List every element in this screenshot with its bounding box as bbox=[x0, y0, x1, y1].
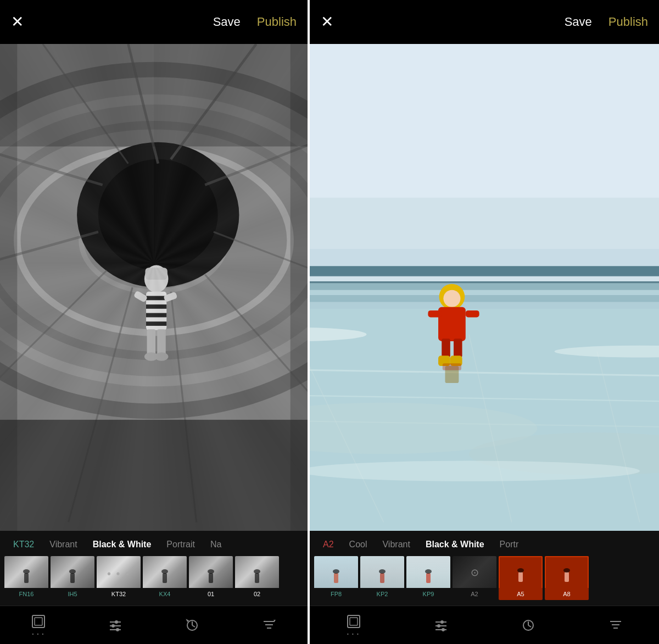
left-toolbar-adjust[interactable] bbox=[108, 618, 123, 633]
svg-rect-36 bbox=[0, 44, 308, 147]
filter-icon bbox=[261, 618, 277, 633]
left-header: ✕ Save Publish bbox=[0, 0, 308, 44]
svg-rect-85 bbox=[350, 618, 358, 625]
right-frames-dots: • • • bbox=[347, 631, 360, 636]
filter-thumb-kt32[interactable]: • • • KT32 bbox=[97, 556, 141, 600]
right-bottom-toolbar: • • • bbox=[310, 606, 659, 644]
svg-rect-30 bbox=[147, 329, 156, 355]
filter-label-kx4: KX4 bbox=[159, 591, 171, 597]
frames-dots: • • • bbox=[32, 631, 45, 636]
filter-label-02: 02 bbox=[254, 591, 260, 597]
left-publish-button[interactable]: Publish bbox=[257, 15, 297, 29]
svg-rect-27 bbox=[146, 321, 166, 326]
svg-point-89 bbox=[437, 624, 440, 628]
filter-thumb-ih5[interactable]: IH5 bbox=[51, 556, 94, 600]
filter-thumb-01[interactable]: 01 bbox=[189, 556, 233, 600]
right-filter-cat-bw[interactable]: Black & White bbox=[418, 540, 492, 549]
revert-icon bbox=[185, 618, 200, 633]
svg-rect-37 bbox=[0, 44, 17, 531]
left-filter-cat-bw[interactable]: Black & White bbox=[85, 540, 159, 549]
filter-thumb-kp2[interactable]: KP2 bbox=[360, 556, 404, 600]
filter-label-01: 01 bbox=[208, 591, 214, 597]
left-toolbar-revert[interactable] bbox=[185, 618, 200, 633]
filter-label-fn16: FN16 bbox=[19, 591, 34, 597]
right-filter-cat-a2[interactable]: A2 bbox=[315, 540, 342, 549]
filter-label-kp9: KP9 bbox=[423, 591, 434, 597]
svg-point-33 bbox=[155, 352, 169, 361]
right-toolbar-adjust[interactable] bbox=[433, 618, 449, 633]
left-toolbar-frames[interactable]: • • • bbox=[31, 614, 46, 636]
filter-thumb-fn16[interactable]: FN16 bbox=[4, 556, 48, 600]
filter-label-fp8: FP8 bbox=[331, 591, 342, 597]
filter-thumb-a2[interactable]: ⊙ A2 bbox=[453, 556, 496, 600]
filter-label-kt32: KT32 bbox=[111, 591, 126, 597]
filter-dots: • • • bbox=[107, 568, 130, 580]
filter-thumb-kp9[interactable]: KP9 bbox=[406, 556, 450, 600]
right-frames-icon bbox=[346, 614, 361, 629]
svg-rect-76 bbox=[428, 310, 442, 317]
left-filter-categories: KT32 Vibrant Black & White Portrait Na bbox=[0, 540, 308, 549]
sliders-icon bbox=[108, 618, 123, 633]
bw-photo-svg bbox=[0, 44, 308, 531]
filter-label-a8: A8 bbox=[563, 591, 570, 597]
left-close-button[interactable]: ✕ bbox=[11, 14, 24, 30]
filter-label-ih5: IH5 bbox=[68, 591, 77, 597]
left-filter-strip: KT32 Vibrant Black & White Portrait Na F… bbox=[0, 531, 308, 606]
filter-thumb-fp8[interactable]: FP8 bbox=[314, 556, 358, 600]
left-header-actions: Save Publish bbox=[213, 15, 297, 29]
svg-rect-77 bbox=[466, 310, 479, 317]
svg-rect-56 bbox=[310, 266, 659, 276]
left-photo-area bbox=[0, 44, 308, 531]
left-photo-bw bbox=[0, 44, 308, 531]
svg-rect-38 bbox=[291, 44, 308, 531]
right-toolbar-revert[interactable] bbox=[521, 618, 536, 633]
svg-point-42 bbox=[115, 620, 118, 624]
left-filter-cat-kt32[interactable]: KT32 bbox=[5, 540, 42, 549]
left-save-button[interactable]: Save bbox=[213, 15, 241, 29]
right-publish-button[interactable]: Publish bbox=[608, 15, 648, 29]
right-revert-icon bbox=[521, 618, 536, 633]
right-filter-icon bbox=[608, 618, 623, 633]
svg-rect-35 bbox=[0, 420, 308, 531]
filter-label-kp2: KP2 bbox=[377, 591, 388, 597]
filter-thumb-a5[interactable]: A5 bbox=[499, 556, 543, 600]
left-bottom-toolbar: • • • bbox=[0, 606, 308, 644]
right-filter-thumbnails: FP8 KP2 KP9 ⊙ A2 bbox=[310, 556, 659, 600]
filter-thumb-02[interactable]: 02 bbox=[235, 556, 279, 600]
filter-thumb-a8[interactable]: A8 bbox=[545, 556, 589, 600]
right-filter-cat-vibrant[interactable]: Vibrant bbox=[375, 540, 417, 549]
svg-rect-83 bbox=[443, 363, 461, 370]
right-close-button[interactable]: ✕ bbox=[321, 14, 333, 30]
svg-rect-31 bbox=[157, 329, 166, 355]
left-filter-cat-portrait[interactable]: Portrait bbox=[159, 540, 203, 549]
svg-rect-26 bbox=[146, 313, 166, 318]
svg-point-9 bbox=[98, 159, 218, 270]
svg-point-46 bbox=[116, 628, 119, 631]
right-sliders-icon bbox=[433, 618, 449, 633]
filter-label-a2: A2 bbox=[471, 591, 478, 597]
filter-thumb-kx4[interactable]: KX4 bbox=[143, 556, 187, 600]
left-filter-cat-na[interactable]: Na bbox=[203, 540, 229, 549]
svg-point-44 bbox=[111, 624, 115, 628]
svg-point-74 bbox=[443, 290, 460, 307]
svg-rect-25 bbox=[146, 304, 166, 309]
svg-rect-54 bbox=[310, 44, 659, 198]
right-filter-cat-portrait[interactable]: Portr bbox=[492, 540, 527, 549]
filter-label-a5: A5 bbox=[517, 591, 524, 597]
left-filter-thumbnails: FN16 IH5 • • • KT32 KX4 bbox=[0, 556, 308, 600]
right-filter-strip: A2 Cool Vibrant Black & White Portr FP8 … bbox=[310, 531, 659, 606]
left-toolbar-filter[interactable] bbox=[261, 618, 277, 633]
left-filter-cat-vibrant[interactable]: Vibrant bbox=[42, 540, 85, 549]
right-toolbar-frames[interactable]: • • • bbox=[346, 614, 361, 636]
svg-rect-40 bbox=[35, 618, 42, 625]
svg-rect-22 bbox=[145, 268, 167, 280]
right-filter-categories: A2 Cool Vibrant Black & White Portr bbox=[310, 540, 659, 549]
right-toolbar-filter[interactable] bbox=[608, 618, 623, 633]
right-save-button[interactable]: Save bbox=[565, 15, 592, 29]
beach-photo-svg bbox=[310, 44, 659, 531]
svg-rect-78 bbox=[442, 338, 450, 357]
right-filter-cat-cool[interactable]: Cool bbox=[342, 540, 375, 549]
svg-point-87 bbox=[440, 620, 444, 624]
right-panel: ✕ Save Publish bbox=[310, 0, 659, 644]
svg-rect-24 bbox=[146, 296, 166, 301]
